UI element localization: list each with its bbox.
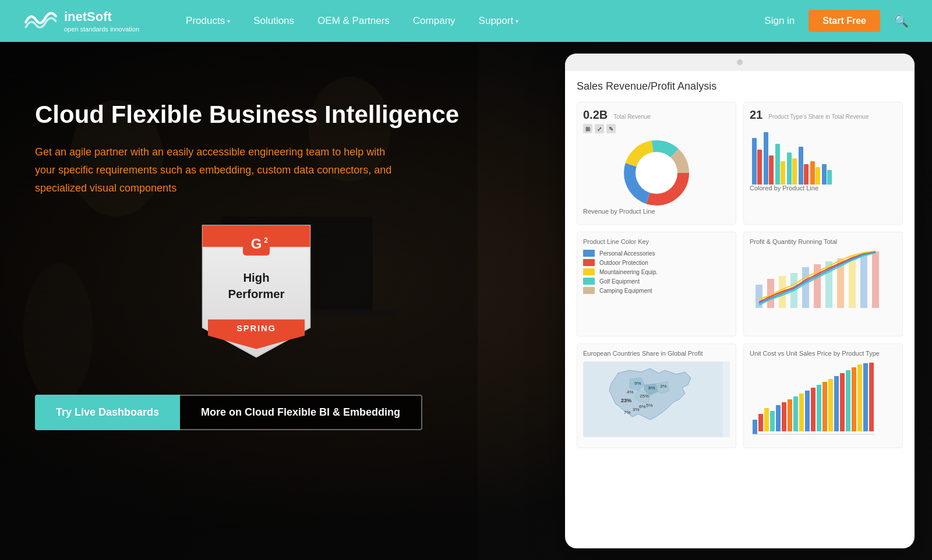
svg-text:2: 2 [264,236,268,244]
badge-svg: G 2 High Performer SPRING [186,220,326,360]
donut-chart [583,138,730,208]
legend-item-4: Camping Equipment [583,287,730,294]
svg-rect-52 [793,396,798,431]
bar-group-6 [810,161,820,185]
g2-badge: G 2 High Performer SPRING [186,220,326,360]
dashboard-panel: Sales Revenue/Profit Analysis 0.2B Total… [565,54,915,548]
products-dropdown-arrow: ▾ [227,18,230,24]
stacked-bar-chart [750,361,896,437]
bar-group-5 [799,147,809,185]
line-chart-svg [750,250,889,314]
svg-rect-51 [788,399,792,431]
panel-content: Sales Revenue/Profit Analysis 0.2B Total… [565,71,915,548]
nav-products[interactable]: Products ▾ [186,15,230,27]
svg-text:25%: 25% [640,394,649,399]
svg-text:6%: 6% [639,404,646,409]
grid-icon[interactable]: ⊞ [583,124,592,133]
line-chart [750,250,896,314]
panel-top-bar [565,54,915,71]
svg-rect-65 [869,363,874,431]
svg-text:5%: 5% [646,403,653,408]
revenue-header: 0.2B Total Revenue [583,108,730,122]
legend-item-0: Personal Accessories [583,250,730,257]
revenue-chart-label: Revenue by Product Line [583,208,730,215]
bar [816,167,820,185]
legend-swatch-2 [583,268,595,275]
bar [787,153,792,185]
hero-left: Cloud Flexible Business Intelligence Get… [35,77,478,430]
search-icon[interactable]: 🔍 [894,14,909,28]
edit-icon[interactable]: ✎ [606,124,616,133]
nav-oem[interactable]: OEM & Partners [317,15,390,27]
donut-svg [622,138,691,208]
legend-item-1: Outdoor Protection [583,259,730,266]
try-live-dashboards-button[interactable]: Try Live Dashboards [35,395,180,430]
bar [764,132,768,185]
hero-buttons: Try Live Dashboards More on Cloud Flexib… [35,395,478,430]
bar-chart [750,126,896,185]
share-value: 21 [750,108,762,122]
total-revenue-cell: 0.2B Total Revenue ⊞ ⤢ ✎ [577,102,736,225]
profit-running-total-cell: Profit & Quantity Running Total [743,232,903,336]
legend-swatch-3 [583,278,595,285]
expand-icon[interactable]: ⤢ [595,124,604,133]
svg-rect-63 [857,364,862,431]
europe-map: 9% 8% 3% 25% 23% 4% 7% 3% 6% 5% [583,361,730,437]
bar-group-4 [787,153,797,185]
svg-rect-59 [834,376,839,431]
bar [827,170,832,185]
g2-badge-container: G 2 High Performer SPRING [35,220,478,360]
svg-rect-50 [782,402,786,431]
svg-text:3%: 3% [660,384,667,389]
svg-rect-55 [811,388,816,431]
bar [769,155,774,185]
bar [822,164,827,185]
svg-rect-31 [849,256,856,308]
svg-rect-46 [758,414,763,431]
nav-support[interactable]: Support ▾ [479,15,519,27]
hero-subtitle: Get an agile partner with an easily acce… [35,143,396,197]
navbar: inetSoft open standards innovation Produ… [0,0,932,42]
svg-text:7%: 7% [624,410,631,415]
bar [775,144,780,185]
svg-text:9%: 9% [634,381,641,386]
svg-rect-57 [822,382,827,431]
more-info-button[interactable]: More on Cloud Flexible BI & Embedding [180,395,422,430]
legend-item-3: Golf Equipment [583,278,730,285]
svg-text:3%: 3% [633,407,640,412]
svg-rect-33 [872,251,879,308]
revenue-label: Total Revenue [613,114,651,120]
unit-cost-title: Unit Cost vs Unit Sales Price by Product… [750,350,896,357]
panel-camera-dot [737,59,743,65]
svg-rect-62 [852,367,856,431]
product-share-cell: 21 Product Type's Share in Total Revenue [743,102,903,225]
start-free-button[interactable]: Start Free [809,10,880,32]
svg-rect-56 [817,385,821,431]
bar [752,138,757,185]
logo[interactable]: inetSoft open standards innovation [23,6,139,36]
bar-group-7 [822,164,832,185]
legend-swatch-0 [583,250,595,257]
nav-solutions[interactable]: Solutions [253,15,294,27]
bar [810,161,815,185]
nav-links: Products ▾ Solutions OEM & Partners Comp… [186,15,764,27]
bar-group-3 [775,144,785,185]
svg-rect-54 [805,391,810,431]
svg-point-22 [636,152,677,194]
bar-chart-label: Colored by Product Line [750,185,896,192]
map-title: European Countries Share in Global Profi… [583,350,730,357]
europe-map-svg: 9% 8% 3% 25% 23% 4% 7% 3% 6% 5% [583,361,723,437]
svg-text:SPRING: SPRING [236,324,276,333]
revenue-icons: ⊞ ⤢ ✎ [583,124,730,133]
nav-company[interactable]: Company [413,15,456,27]
svg-rect-48 [770,411,775,431]
bar-group-2 [764,132,774,185]
signin-link[interactable]: Sign in [764,15,795,27]
bar [781,161,785,185]
svg-rect-49 [776,405,781,431]
svg-rect-64 [863,363,868,431]
profit-title: Profit & Quantity Running Total [750,238,896,245]
legend-swatch-1 [583,259,595,266]
svg-text:8%: 8% [648,385,655,391]
svg-rect-27 [802,267,809,308]
